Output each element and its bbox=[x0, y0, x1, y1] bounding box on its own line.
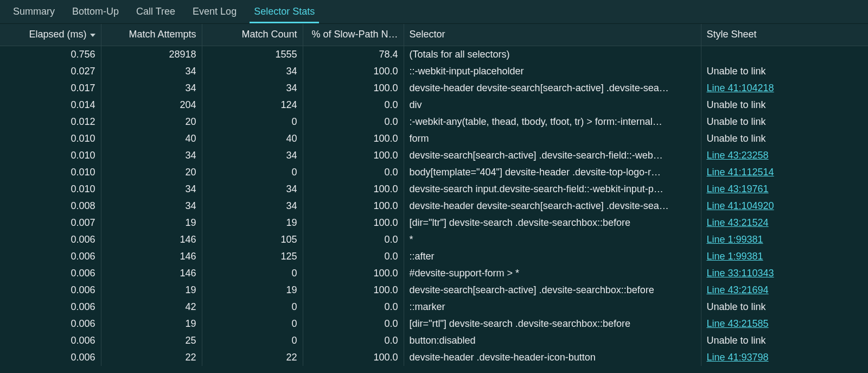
cell-count: 0 bbox=[202, 299, 303, 315]
column-header-label: Selector bbox=[410, 29, 445, 40]
cell-stylesheet: Line 43:21524 bbox=[701, 214, 868, 231]
cell-slow: 100.0 bbox=[303, 130, 404, 147]
cell-slow: 0.0 bbox=[303, 97, 404, 113]
table-row[interactable]: 0.0061460100.0#devsite-support-form > *L… bbox=[0, 265, 868, 282]
tab-selector-stats[interactable]: Selector Stats bbox=[245, 1, 323, 23]
table-row[interactable]: 0.0083434100.0devsite-header devsite-sea… bbox=[0, 198, 868, 214]
table-row[interactable]: 0.0061900.0[dir="rtl"] devsite-search .d… bbox=[0, 315, 868, 332]
cell-slow: 0.0 bbox=[303, 113, 404, 130]
cell-slow: 100.0 bbox=[303, 181, 404, 198]
table-row[interactable]: 0.0071919100.0[dir="ltr"] devsite-search… bbox=[0, 214, 868, 231]
column-header-match-count[interactable]: Match Count bbox=[202, 24, 303, 46]
stylesheet-link[interactable]: Line 43:23258 bbox=[707, 150, 769, 161]
cell-slow: 0.0 bbox=[303, 231, 404, 248]
cell-selector: [dir="ltr"] devsite-search .devsite-sear… bbox=[404, 214, 701, 231]
cell-attempts: 40 bbox=[101, 130, 202, 147]
cell-elapsed: 0.007 bbox=[0, 214, 101, 231]
cell-count: 125 bbox=[202, 248, 303, 265]
cell-slow: 100.0 bbox=[303, 349, 404, 366]
stylesheet-link[interactable]: Line 43:21694 bbox=[707, 285, 769, 295]
cell-selector: :-webkit-any(table, thead, tbody, tfoot,… bbox=[404, 113, 701, 130]
cell-attempts: 146 bbox=[101, 265, 202, 282]
table-row[interactable]: 0.0273434100.0::-webkit-input-placeholde… bbox=[0, 63, 868, 80]
cell-attempts: 20 bbox=[101, 113, 202, 130]
cell-stylesheet: Line 1:99381 bbox=[701, 231, 868, 248]
cell-elapsed: 0.006 bbox=[0, 231, 101, 248]
cell-slow: 100.0 bbox=[303, 214, 404, 231]
column-header-match-attempts[interactable]: Match Attempts bbox=[101, 24, 202, 46]
cell-elapsed: 0.010 bbox=[0, 130, 101, 147]
cell-slow: 0.0 bbox=[303, 315, 404, 332]
cell-elapsed: 0.006 bbox=[0, 248, 101, 265]
tab-event-log[interactable]: Event Log bbox=[184, 1, 245, 23]
table-row[interactable]: 0.0062222100.0devsite-header .devsite-he… bbox=[0, 349, 868, 366]
stylesheet-link[interactable]: Line 41:112514 bbox=[707, 167, 774, 178]
table-row[interactable]: 0.0104040100.0formUnable to link bbox=[0, 130, 868, 147]
stylesheet-link[interactable]: Line 43:21524 bbox=[707, 217, 769, 228]
stylesheet-link[interactable]: Line 41:93798 bbox=[707, 352, 769, 363]
cell-selector: (Totals for all selectors) bbox=[404, 46, 701, 63]
stylesheet-link[interactable]: Line 43:19761 bbox=[707, 184, 769, 194]
table-row[interactable]: 0.0064200.0::markerUnable to link bbox=[0, 299, 868, 315]
cell-slow: 0.0 bbox=[303, 332, 404, 349]
cell-count: 22 bbox=[202, 349, 303, 366]
cell-elapsed: 0.012 bbox=[0, 113, 101, 130]
table-row[interactable]: 0.0122000.0:-webkit-any(table, thead, tb… bbox=[0, 113, 868, 130]
table-row[interactable]: 0.0061919100.0devsite-search[search-acti… bbox=[0, 282, 868, 299]
cell-selector: devsite-search[search-active] .devsite-s… bbox=[404, 147, 701, 164]
cell-count: 0 bbox=[202, 113, 303, 130]
cell-attempts: 204 bbox=[101, 97, 202, 113]
tab-bottom-up[interactable]: Bottom-Up bbox=[63, 1, 127, 23]
cell-elapsed: 0.010 bbox=[0, 147, 101, 164]
table-row[interactable]: 0.0102000.0body[template="404"] devsite-… bbox=[0, 164, 868, 181]
column-header-elapsed-ms[interactable]: Elapsed (ms) bbox=[0, 24, 101, 46]
stylesheet-link[interactable]: Line 43:21585 bbox=[707, 318, 769, 329]
cell-elapsed: 0.010 bbox=[0, 181, 101, 198]
table-row[interactable]: 0.0061461250.0::afterLine 1:99381 bbox=[0, 248, 868, 265]
table-row[interactable]: 0.75628918155578.4(Totals for all select… bbox=[0, 46, 868, 63]
cell-attempts: 34 bbox=[101, 181, 202, 198]
column-header-style-sheet[interactable]: Style Sheet bbox=[701, 24, 868, 46]
cell-attempts: 42 bbox=[101, 299, 202, 315]
table-row[interactable]: 0.0061461050.0*Line 1:99381 bbox=[0, 231, 868, 248]
cell-selector: devsite-search[search-active] .devsite-s… bbox=[404, 282, 701, 299]
cell-selector: devsite-header .devsite-header-icon-butt… bbox=[404, 349, 701, 366]
table-row[interactable]: 0.0142041240.0divUnable to link bbox=[0, 97, 868, 113]
cell-stylesheet: Unable to link bbox=[701, 332, 868, 349]
tab-call-tree[interactable]: Call Tree bbox=[127, 1, 184, 23]
cell-elapsed: 0.006 bbox=[0, 299, 101, 315]
cell-stylesheet: Line 33:110343 bbox=[701, 265, 868, 282]
cell-elapsed: 0.008 bbox=[0, 198, 101, 214]
stylesheet-link[interactable]: Line 41:104218 bbox=[707, 83, 774, 93]
table-row[interactable]: 0.0062500.0button:disabledUnable to link bbox=[0, 332, 868, 349]
stylesheet-link[interactable]: Line 1:99381 bbox=[707, 234, 763, 245]
stylesheet-link[interactable]: Line 33:110343 bbox=[707, 268, 774, 279]
cell-count: 34 bbox=[202, 63, 303, 80]
column-header-selector[interactable]: Selector bbox=[404, 24, 701, 46]
column-header-label: Match Attempts bbox=[129, 29, 196, 40]
cell-count: 0 bbox=[202, 315, 303, 332]
cell-selector: ::-webkit-input-placeholder bbox=[404, 63, 701, 80]
tab-summary[interactable]: Summary bbox=[4, 1, 63, 23]
cell-selector: * bbox=[404, 231, 701, 248]
cell-stylesheet: Line 43:21585 bbox=[701, 315, 868, 332]
cell-selector: body[template="404"] devsite-header .dev… bbox=[404, 164, 701, 181]
column-header-label: Elapsed (ms) bbox=[29, 29, 86, 40]
table-row[interactable]: 0.0103434100.0devsite-search[search-acti… bbox=[0, 147, 868, 164]
cell-stylesheet: Unable to link bbox=[701, 130, 868, 147]
cell-selector: devsite-search input.devsite-search-fiel… bbox=[404, 181, 701, 198]
column-header-label: % of Slow-Path N… bbox=[311, 29, 398, 40]
cell-count: 19 bbox=[202, 214, 303, 231]
cell-stylesheet: Line 41:112514 bbox=[701, 164, 868, 181]
cell-selector: div bbox=[404, 97, 701, 113]
cell-slow: 0.0 bbox=[303, 248, 404, 265]
table-row[interactable]: 0.0103434100.0devsite-search input.devsi… bbox=[0, 181, 868, 198]
cell-slow: 100.0 bbox=[303, 63, 404, 80]
stylesheet-link[interactable]: Line 41:104920 bbox=[707, 200, 774, 211]
stylesheet-link[interactable]: Line 1:99381 bbox=[707, 251, 763, 262]
table-row[interactable]: 0.0173434100.0devsite-header devsite-sea… bbox=[0, 80, 868, 97]
cell-count: 34 bbox=[202, 198, 303, 214]
column-header-of-slow-path-n[interactable]: % of Slow-Path N… bbox=[303, 24, 404, 46]
cell-attempts: 20 bbox=[101, 164, 202, 181]
cell-attempts: 19 bbox=[101, 282, 202, 299]
